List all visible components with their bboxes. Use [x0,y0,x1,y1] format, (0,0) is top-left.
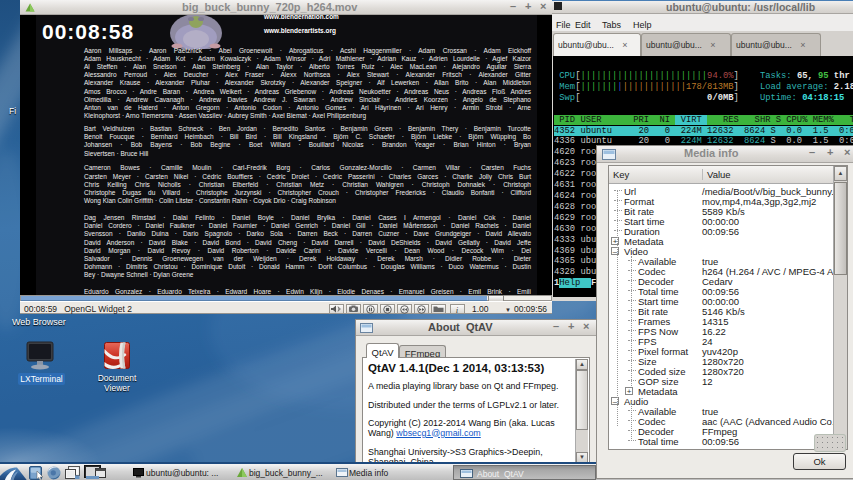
svg-text:i: i [456,305,459,314]
